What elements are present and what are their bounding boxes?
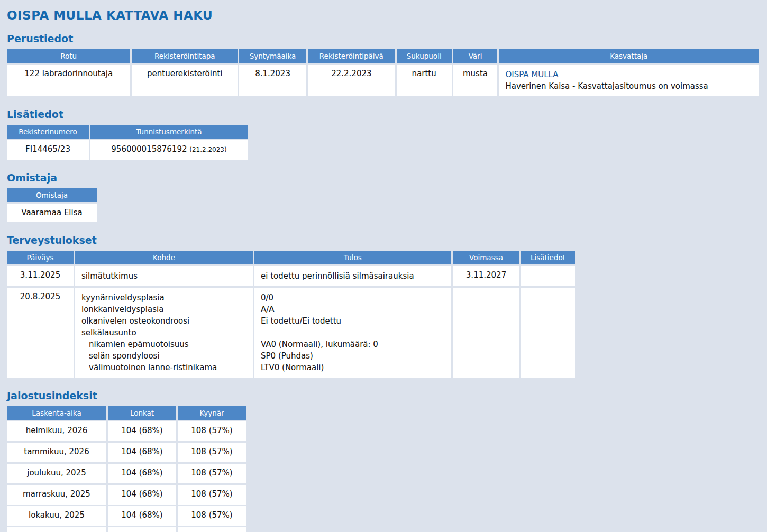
cell-lonkat-indeksi: 104 (68%) [108, 421, 176, 441]
omistaja-data-row: Vaaramaa Elisa [7, 204, 97, 222]
cell-laskenta-aika: joulukuu, 2025 [7, 464, 106, 483]
cell-voimassa [453, 288, 519, 378]
cell-kyynar-indeksi: 108 (57%) [178, 443, 246, 462]
kohde-line: selän spondyloosi [81, 350, 246, 362]
section-title-jalostusindeksit: Jalostusindeksit [7, 390, 760, 401]
cell-vari: musta [453, 65, 498, 96]
tulos-line: A/A [261, 304, 445, 315]
cell-rekisterointitapa: pentuerekisteröinti [132, 65, 238, 96]
omistaja-header-row: Omistaja [7, 188, 97, 202]
cell-kyynar-indeksi: 108 (57%) [178, 506, 246, 526]
tulos-line: SP0 (Puhdas) [261, 350, 445, 362]
cell-lisatiedot [521, 288, 575, 378]
microchip-number: 956000015876192 [111, 144, 187, 154]
cell-tunnistusmerkinta: 956000015876192 (21.2.2023) [90, 140, 248, 160]
col-header-kasvattaja: Kasvattaja [499, 49, 759, 63]
cell-laskenta-aika: syyskuu, 2025 [7, 527, 106, 532]
lisatiedot-data-row: FI14465/23 956000015876192 (21.2.2023) [7, 140, 248, 160]
col-header-lonkat: Lonkat [108, 406, 176, 420]
omistaja-table: Omistaja Vaaramaa Elisa [5, 187, 98, 224]
section-title-terveystulokset: Terveystulokset [7, 234, 760, 246]
cell-laskenta-aika: tammikuu, 2026 [7, 443, 106, 462]
tulos-line: 0/0 [261, 292, 445, 304]
col-header-kohde: Kohde [75, 251, 253, 264]
index-row: syyskuu, 2025 104 (68%) 108 (57%) [7, 527, 246, 532]
cell-syntymaaika: 8.1.2023 [239, 65, 306, 96]
index-row: helmikuu, 2026 104 (68%) 108 (57%) [7, 421, 246, 441]
cell-tulos: ei todettu perinnöllisiä silmäsairauksia [254, 266, 451, 286]
perustiedot-data-row: 122 labradorinnoutaja pentuerekisteröint… [7, 65, 759, 96]
tulos-line: ei todettu perinnöllisiä silmäsairauksia [261, 270, 445, 282]
cell-lonkat-indeksi: 104 (68%) [108, 464, 176, 483]
col-header-kyynar: Kyynär [178, 406, 246, 420]
tulos-line: LTV0 (Normaali) [261, 362, 445, 373]
cell-paivays: 20.8.2025 [7, 288, 74, 378]
col-header-paivays: Päiväys [7, 251, 74, 264]
kohde-line: välimuotoinen lanne-ristinikama [81, 362, 246, 373]
lisatiedot-table: Rekisterinumero Tunnistusmerkintä FI1446… [5, 123, 249, 161]
health-result-row: 3.11.2025 silmätutkimus ei todettu perin… [7, 266, 575, 286]
col-header-sukupuoli: Sukupuoli [397, 49, 452, 63]
kohde-line: silmätutkimus [81, 270, 246, 282]
cell-laskenta-aika: helmikuu, 2026 [7, 421, 106, 441]
cell-omistaja-nimi: Vaaramaa Elisa [7, 204, 97, 222]
section-title-omistaja: Omistaja [7, 172, 760, 184]
cell-voimassa: 3.11.2027 [453, 266, 519, 286]
cell-lonkat-indeksi: 104 (68%) [108, 506, 176, 526]
cell-lonkat-indeksi: 104 (68%) [108, 443, 176, 462]
kohde-line: lonkkaniveldysplasia [81, 304, 246, 315]
col-header-lisatiedot: Lisätiedot [521, 251, 575, 264]
col-header-vari: Väri [453, 49, 498, 63]
col-header-syntymaaika: Syntymäaika [239, 49, 306, 63]
index-row: tammikuu, 2026 104 (68%) 108 (57%) [7, 443, 246, 462]
cell-rekisterinumero: FI14465/23 [7, 140, 89, 160]
cell-rekisterointipaiva: 22.2.2023 [308, 65, 395, 96]
tulos-line: VA0 (Normaali), lukumäärä: 0 [261, 338, 445, 350]
col-header-tunnistusmerkinta: Tunnistusmerkintä [90, 125, 248, 139]
cell-kohde: kyynärniveldysplasia lonkkaniveldysplasi… [75, 288, 253, 378]
col-header-voimassa: Voimassa [453, 251, 519, 264]
breeder-kennel-link[interactable]: OISPA MULLA [505, 70, 558, 79]
col-header-rekisterinumero: Rekisterinumero [7, 125, 89, 139]
page-title: OISPA MULLA KATTAVA HAKU [7, 8, 760, 22]
cell-laskenta-aika: lokakuu, 2025 [7, 506, 106, 526]
tulos-line: Ei todettu/Ei todettu [261, 315, 445, 327]
col-header-rekisterointitapa: Rekisteröintitapa [132, 49, 238, 63]
health-result-row: 20.8.2025 kyynärniveldysplasia lonkkaniv… [7, 288, 575, 378]
cell-kyynar-indeksi: 108 (57%) [178, 485, 246, 505]
cell-paivays: 3.11.2025 [7, 266, 74, 286]
kohde-line: olkanivelen osteokondroosi [81, 315, 246, 327]
kohde-line: nikamien epämuotoisuus [81, 338, 246, 350]
section-title-perustiedot: Perustiedot [7, 33, 760, 44]
col-header-omistaja: Omistaja [7, 188, 97, 202]
perustiedot-header-row: Rotu Rekisteröintitapa Syntymäaika Rekis… [7, 49, 759, 63]
cell-lonkat-indeksi: 104 (68%) [108, 527, 176, 532]
cell-lisatiedot [521, 266, 575, 286]
cell-sukupuoli: narttu [397, 65, 452, 96]
jalostusindeksit-header-row: Laskenta-aika Lonkat Kyynär [7, 406, 246, 420]
col-header-tulos: Tulos [254, 251, 451, 264]
perustiedot-table: Rotu Rekisteröintitapa Syntymäaika Rekis… [5, 48, 760, 98]
cell-lonkat-indeksi: 104 (68%) [108, 485, 176, 505]
microchip-date: (21.2.2023) [189, 146, 226, 153]
cell-kyynar-indeksi: 108 (57%) [178, 464, 246, 483]
index-row: lokakuu, 2025 104 (68%) 108 (57%) [7, 506, 246, 526]
jalostusindeksit-table: Laskenta-aika Lonkat Kyynär helmikuu, 20… [5, 405, 248, 532]
index-row: joulukuu, 2025 104 (68%) 108 (57%) [7, 464, 246, 483]
col-header-rotu: Rotu [7, 49, 130, 63]
cell-kyynar-indeksi: 108 (57%) [178, 527, 246, 532]
tulos-line [261, 327, 445, 338]
col-header-laskenta-aika: Laskenta-aika [7, 406, 106, 420]
cell-laskenta-aika: marraskuu, 2025 [7, 485, 106, 505]
lisatiedot-header-row: Rekisterinumero Tunnistusmerkintä [7, 125, 248, 139]
cell-tulos: 0/0 A/A Ei todettu/Ei todettu VA0 (Norma… [254, 288, 451, 378]
index-row: marraskuu, 2025 104 (68%) 108 (57%) [7, 485, 246, 505]
cell-kohde: silmätutkimus [75, 266, 253, 286]
terveystulokset-table: Päiväys Kohde Tulos Voimassa Lisätiedot … [5, 249, 577, 379]
section-title-lisatiedot: Lisätiedot [7, 108, 760, 120]
terveystulokset-header-row: Päiväys Kohde Tulos Voimassa Lisätiedot [7, 251, 575, 264]
kohde-line: kyynärniveldysplasia [81, 292, 246, 304]
breeder-info-text: Haverinen Kaisa - Kasvattajasitoumus on … [505, 80, 752, 92]
cell-rotu: 122 labradorinnoutaja [7, 65, 130, 96]
cell-kasvattaja: OISPA MULLA Haverinen Kaisa - Kasvattaja… [499, 65, 759, 96]
